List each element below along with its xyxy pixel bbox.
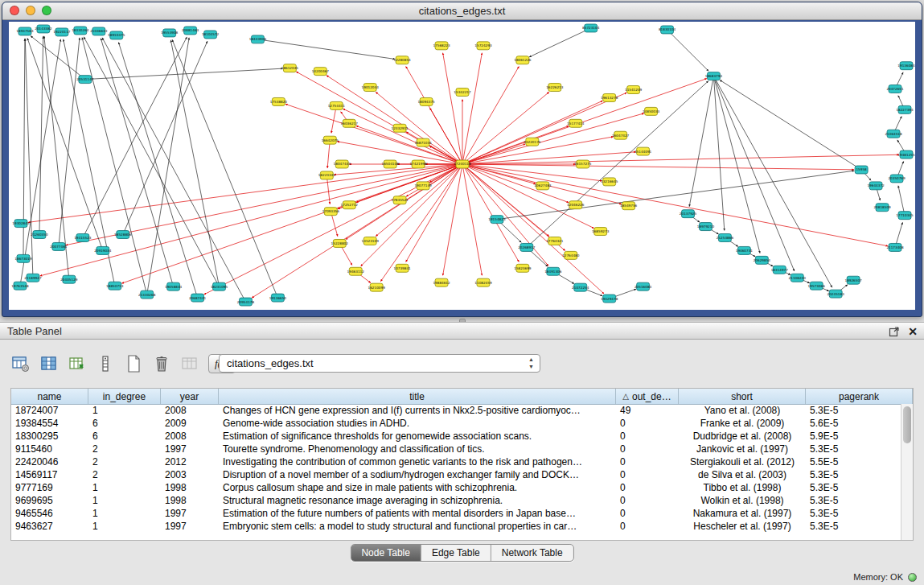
tab-node-table[interactable]: Node Table bbox=[351, 545, 421, 561]
import-table-button[interactable] bbox=[68, 353, 87, 374]
table-row[interactable]: 1830029562008Estimation of significance … bbox=[11, 430, 901, 443]
graph-node[interactable]: 21253866 bbox=[717, 234, 734, 242]
graph-node[interactable]: 18094375 bbox=[417, 97, 435, 105]
graph-node[interactable]: 16642075 bbox=[322, 136, 339, 144]
graph-node[interactable]: 19644372 bbox=[867, 182, 885, 190]
graph-node[interactable]: 20954178 bbox=[237, 298, 255, 306]
graph-node[interactable]: 17421998 bbox=[409, 160, 427, 168]
graph-edge[interactable] bbox=[462, 164, 854, 170]
graph-node[interactable]: 17252712 bbox=[341, 201, 359, 209]
column-header-name[interactable]: name bbox=[11, 389, 88, 404]
graph-node[interactable]: 18314977 bbox=[771, 266, 789, 274]
graph-edge[interactable] bbox=[31, 36, 85, 80]
table-row[interactable]: 1938455462009Genome-wide association stu… bbox=[11, 417, 901, 430]
graph-edge[interactable] bbox=[257, 39, 395, 60]
graph-node[interactable]: 20350769 bbox=[888, 175, 906, 183]
graph-edge[interactable] bbox=[25, 39, 33, 278]
column-header-short[interactable]: short bbox=[679, 389, 806, 404]
graph-node[interactable]: 21064518 bbox=[885, 130, 902, 138]
graph-node[interactable]: 12280854 bbox=[393, 56, 411, 64]
graph-node[interactable]: 15177414 bbox=[567, 119, 585, 127]
table-row[interactable]: 911546021997Tourette syndrome. Phenomeno… bbox=[11, 443, 901, 455]
table-row[interactable]: 1872400712008Changes of HCN gene express… bbox=[11, 404, 901, 417]
graph-node[interactable]: 18047433 bbox=[334, 160, 351, 168]
column-header-out_de[interactable]: △out_de… bbox=[616, 389, 679, 404]
graph-node[interactable]: 19763548 bbox=[11, 282, 29, 290]
graph-edge[interactable] bbox=[27, 38, 103, 250]
graph-node[interactable]: 16036217 bbox=[341, 119, 359, 127]
graph-node[interactable]: 18850713 bbox=[106, 282, 124, 290]
graph-edge[interactable] bbox=[462, 93, 626, 164]
graph-node[interactable]: 16210099 bbox=[368, 283, 386, 291]
graph-node[interactable]: 18910475 bbox=[108, 31, 125, 39]
graph-node[interactable]: 19573066 bbox=[808, 282, 826, 290]
graph-edge[interactable] bbox=[462, 79, 707, 164]
graph-node[interactable]: 19136650 bbox=[269, 294, 287, 302]
graph-edge[interactable] bbox=[898, 186, 905, 216]
graph-node[interactable]: 21046633 bbox=[90, 27, 108, 35]
graph-node[interactable]: 20245183 bbox=[827, 290, 845, 298]
graph-node[interactable]: 19012044 bbox=[362, 84, 380, 92]
graph-node[interactable]: 11082459 bbox=[474, 278, 492, 286]
graph-node[interactable]: 12764480 bbox=[562, 251, 580, 259]
close-panel-icon[interactable]: ✕ bbox=[908, 324, 918, 339]
table-row[interactable]: 977716911998Corpus callosum shape and si… bbox=[11, 481, 901, 494]
graph-node[interactable]: 15342217 bbox=[454, 89, 471, 97]
graph-node[interactable]: 20472651 bbox=[886, 85, 904, 93]
graph-node[interactable]: 81830104 bbox=[659, 26, 676, 34]
graph-node[interactable]: 12046226 bbox=[567, 201, 585, 209]
graph-node[interactable]: 19553908 bbox=[161, 29, 179, 37]
graph-node[interactable]: 18926507 bbox=[844, 276, 862, 284]
graph-node[interactable]: 21108240 bbox=[789, 274, 807, 282]
graph-node[interactable]: 20077461 bbox=[50, 242, 68, 250]
graph-edge[interactable] bbox=[713, 76, 724, 231]
graph-node[interactable]: 17240118 bbox=[454, 160, 471, 168]
graph-edge[interactable] bbox=[462, 164, 888, 246]
graph-node[interactable]: 16504108 bbox=[382, 160, 400, 168]
graph-node[interactable]: 15958 bbox=[855, 166, 868, 174]
column-header-title[interactable]: title bbox=[219, 389, 616, 404]
graph-node[interactable]: 18330264 bbox=[72, 27, 89, 35]
column-header-year[interactable]: year bbox=[161, 389, 219, 404]
table-row[interactable]: 1456911722003Disruption of a novel membe… bbox=[11, 468, 901, 481]
graph-node[interactable]: 19613278 bbox=[601, 94, 618, 102]
table-options-disabled-button[interactable] bbox=[180, 353, 199, 374]
graph-node[interactable]: 18443906 bbox=[249, 35, 267, 43]
graph-node[interactable]: 18227394 bbox=[896, 105, 914, 113]
graph-node[interactable]: 19220117 bbox=[53, 28, 71, 36]
graph-node[interactable]: 19884612 bbox=[433, 278, 450, 286]
graph-node[interactable]: 12332911 bbox=[391, 124, 409, 132]
graph-node[interactable]: 18937564 bbox=[16, 27, 34, 35]
graph-node[interactable]: 18673019 bbox=[14, 254, 32, 262]
tab-network-table[interactable]: Network Table bbox=[491, 545, 573, 561]
table-settings-button[interactable] bbox=[11, 353, 31, 374]
graph-node[interactable]: 18104572 bbox=[202, 31, 220, 39]
graph-node[interactable]: 20881463 bbox=[182, 27, 199, 35]
graph-node[interactable]: 18231095 bbox=[211, 282, 228, 290]
table-row[interactable]: 946554611997Estimation of the future num… bbox=[11, 507, 901, 520]
graph-edge[interactable] bbox=[101, 39, 173, 287]
graph-edge[interactable] bbox=[343, 109, 462, 164]
graph-edge[interactable] bbox=[147, 38, 189, 295]
graph-node[interactable]: 12754411 bbox=[328, 101, 346, 109]
graph-edge[interactable] bbox=[296, 72, 462, 164]
graph-node[interactable]: 16871034 bbox=[414, 138, 432, 146]
graph-node[interactable]: 17710345 bbox=[896, 212, 914, 220]
graph-node[interactable]: 19460731 bbox=[736, 246, 754, 254]
graph-node[interactable]: 17764321 bbox=[546, 237, 564, 245]
scrollbar-thumb[interactable] bbox=[903, 406, 911, 443]
graph-node[interactable]: 20919034 bbox=[94, 246, 112, 254]
graph-node[interactable]: 17093356 bbox=[322, 208, 340, 216]
graph-edge[interactable] bbox=[713, 76, 760, 253]
graph-node[interactable]: 16047427 bbox=[612, 131, 630, 139]
zoom-window-button[interactable] bbox=[42, 6, 51, 15]
tab-edge-table[interactable]: Edge Table bbox=[421, 545, 491, 561]
minimize-window-button[interactable] bbox=[26, 6, 35, 15]
graph-edge[interactable] bbox=[667, 30, 709, 71]
graph-node[interactable]: 17835521 bbox=[391, 196, 409, 204]
table-row[interactable]: 946362711997Embryonic stem cells: a mode… bbox=[11, 520, 901, 533]
graph-edge[interactable] bbox=[376, 164, 462, 237]
graph-node[interactable]: 19481255 bbox=[897, 150, 915, 159]
new-table-button[interactable] bbox=[124, 353, 143, 374]
column-mapping-button[interactable] bbox=[96, 353, 115, 374]
